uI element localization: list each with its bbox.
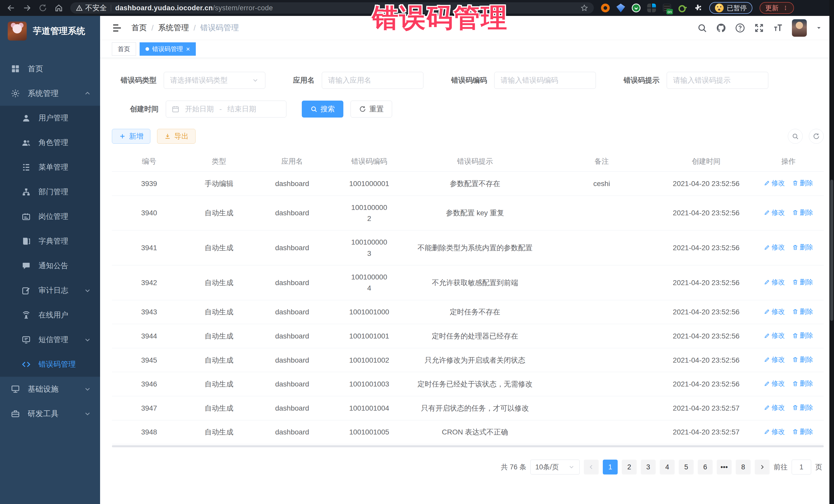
sidebar-item-4[interactable]: 角色管理 [0,130,100,155]
tab-error-code[interactable]: 错误码管理 × [139,42,196,56]
extension-orange-icon[interactable] [601,4,610,12]
bookmark-star-icon[interactable] [580,4,588,12]
edit-link[interactable]: 修改 [764,277,785,287]
toggle-search-button[interactable] [788,129,803,144]
sidebar-item-label: 基础设施 [28,384,59,394]
search-button[interactable]: 搜索 [302,101,343,117]
date-range-picker[interactable]: 开始日期 - 结束日期 [166,101,286,117]
error-type-select[interactable]: 请选择错误码类型 [164,72,265,89]
extension-green-check-icon[interactable] [632,4,640,12]
caret-down-icon[interactable] [815,25,822,31]
end-date-placeholder[interactable]: 结束日期 [227,104,256,114]
next-page-button[interactable] [755,460,770,475]
reset-button[interactable]: 重置 [351,101,392,117]
goto-page-input[interactable] [792,460,811,475]
user-avatar[interactable] [792,19,807,37]
extension-on-badge-icon[interactable] [663,4,671,12]
page-size-select[interactable]: 10条/页 [530,460,580,475]
page-button-6[interactable]: 6 [698,460,712,475]
edit-link[interactable]: 修改 [764,330,785,341]
refresh-table-button[interactable] [809,129,824,144]
security-warning[interactable]: 不安全 [76,3,107,13]
edit-link[interactable]: 修改 [764,178,785,188]
app-title: 芋道管理系统 [33,25,85,37]
breadcrumb-system[interactable]: 系统管理 [158,23,189,33]
close-tab-icon[interactable]: × [186,46,190,52]
font-size-icon[interactable] [773,23,783,33]
page-button-4[interactable]: 4 [660,460,675,475]
edit-link[interactable]: 修改 [764,354,785,365]
edit-icon [764,380,770,387]
sidebar-item-3[interactable]: 用户管理 [0,106,100,130]
page-button-3[interactable]: 3 [641,460,656,475]
sidebar-item-6[interactable]: 部门管理 [0,180,100,204]
sidebar-logo-row[interactable]: 芋道管理系统 [0,16,100,46]
delete-link[interactable]: 删除 [792,277,813,287]
browser-update-button[interactable]: 更新 [760,2,794,14]
scrollbar-thumb[interactable] [830,180,833,321]
extension-grid-icon[interactable] [647,4,656,12]
error-hint-input[interactable]: 请输入错误码提示 [667,72,768,89]
address-bar[interactable]: 不安全 dashboard.yudao.iocoder.cn/system/er… [70,2,594,14]
app-name-input[interactable]: 请输入应用名 [322,72,423,89]
start-date-placeholder[interactable]: 开始日期 [185,104,214,114]
plus-icon [119,133,126,140]
github-icon[interactable] [716,23,726,33]
help-icon[interactable] [735,23,745,33]
error-code-input[interactable]: 请输入错误码编码 [494,72,596,89]
page-url[interactable]: dashboard.yudao.iocoder.cn/system/error-… [115,4,273,12]
browser-home-icon[interactable] [54,4,63,12]
browser-back-icon[interactable] [7,4,15,12]
edit-link[interactable]: 修改 [764,242,785,252]
extension-gem-icon[interactable] [616,4,625,12]
kebab-menu-icon[interactable] [783,5,788,11]
edit-link[interactable]: 修改 [764,306,785,317]
search-icon[interactable] [697,23,707,33]
hamburger-icon[interactable] [112,23,122,33]
sidebar-item-2[interactable]: 系统管理 [0,81,100,106]
add-button[interactable]: 新增 [112,129,150,144]
sidebar-item-label: 岗位管理 [39,212,68,222]
sidebar-item-5[interactable]: 菜单管理 [0,155,100,180]
delete-link[interactable]: 删除 [792,426,813,437]
page-button-5[interactable]: 5 [679,460,694,475]
sidebar-item-9[interactable]: 通知公告 [0,254,100,278]
sidebar-item-13[interactable]: 错误码管理 [0,352,100,377]
extension-key-icon[interactable] [678,4,687,12]
page-button-1[interactable]: 1 [603,460,618,475]
sidebar-item-15[interactable]: 研发工具 [0,401,100,426]
edit-link[interactable]: 修改 [764,426,785,437]
horizontal-scrollbar[interactable] [112,445,824,447]
profile-paused-chip[interactable]: 已暂停 [709,2,752,14]
vertical-scrollbar[interactable] [829,0,834,504]
edit-link[interactable]: 修改 [764,207,785,218]
delete-link[interactable]: 删除 [792,330,813,341]
extensions-puzzle-icon[interactable] [694,4,702,12]
sidebar-item-8[interactable]: 字典管理 [0,229,100,254]
page-button-8[interactable]: 8 [736,460,751,475]
delete-link[interactable]: 删除 [792,354,813,365]
export-button[interactable]: 导出 [157,129,196,144]
browser-reload-icon[interactable] [39,4,47,12]
breadcrumb-home[interactable]: 首页 [131,23,147,33]
sidebar-item-7[interactable]: 岗位管理 [0,204,100,229]
page-button-2[interactable]: 2 [622,460,637,475]
pages-more-button[interactable]: ••• [717,460,731,475]
delete-link[interactable]: 删除 [792,242,813,252]
delete-link[interactable]: 删除 [792,378,813,389]
sidebar-item-12[interactable]: 短信管理 [0,327,100,352]
sidebar-item-1[interactable]: 首页 [0,57,100,81]
tab-home[interactable]: 首页 [112,42,136,56]
sidebar-item-10[interactable]: 审计日志 [0,278,100,303]
edit-link[interactable]: 修改 [764,378,785,389]
fullscreen-icon[interactable] [754,23,764,33]
browser-forward-icon[interactable] [23,4,31,12]
delete-link[interactable]: 删除 [792,207,813,218]
delete-link[interactable]: 删除 [792,306,813,317]
sidebar-item-14[interactable]: 基础设施 [0,377,100,401]
sidebar-item-11[interactable]: 在线用户 [0,303,100,327]
prev-page-button[interactable] [584,460,599,475]
edit-link[interactable]: 修改 [764,402,785,413]
delete-link[interactable]: 删除 [792,178,813,188]
delete-link[interactable]: 删除 [792,402,813,413]
